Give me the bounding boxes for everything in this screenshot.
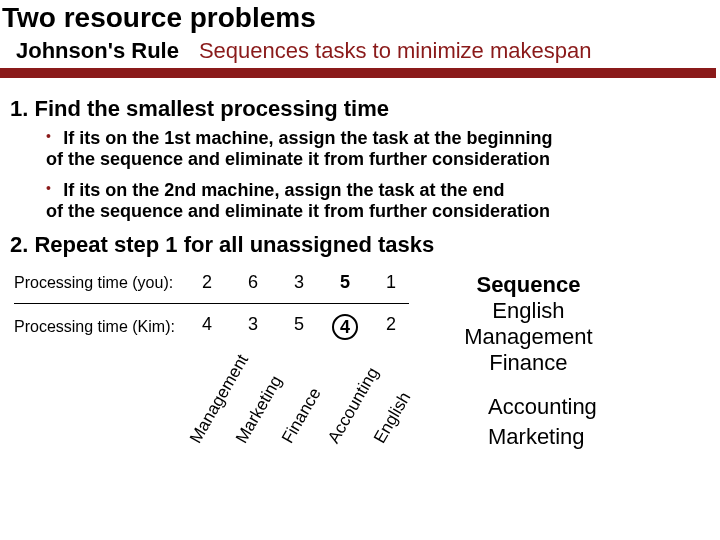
category-labels: Management Marketing Finance Accounting … [184, 352, 440, 472]
cell-highlight: 4 [322, 314, 368, 340]
bullet-1-line2: of the sequence and eliminate it from fu… [46, 149, 680, 170]
bullet-2: • If its on the 2nd machine, assign the … [10, 180, 710, 222]
step-1-heading: 1. Find the smallest processing time [10, 96, 710, 122]
bullet-icon: • [46, 128, 51, 144]
rule-label: Johnson's Rule [16, 38, 179, 64]
remaining-list: Accounting Marketing [460, 394, 597, 450]
cell: 1 [368, 272, 414, 293]
cell: 2 [184, 272, 230, 293]
processing-table: Processing time (you): 2 6 3 5 1 Process… [10, 272, 440, 472]
side-panel: Sequence English Management Finance Acco… [440, 272, 597, 472]
cell: 3 [276, 272, 322, 293]
slide-title: Two resource problems [0, 0, 720, 38]
cell: 6 [230, 272, 276, 293]
cell-highlight: 5 [322, 272, 368, 293]
remaining-item: Marketing [488, 424, 597, 450]
divider-bar [0, 68, 716, 78]
table-row: Processing time (Kim): 4 3 5 4 2 [10, 314, 440, 340]
table-row: Processing time (you): 2 6 3 5 1 [10, 272, 440, 293]
bullet-1: • If its on the 1st machine, assign the … [10, 128, 710, 170]
bullet-2-line1: If its on the 2nd machine, assign the ta… [63, 180, 504, 200]
cell: 3 [230, 314, 276, 340]
bullet-2-line2: of the sequence and eliminate it from fu… [46, 201, 680, 222]
cell: 4 [184, 314, 230, 340]
rule-description: Sequences tasks to minimize makespan [199, 38, 592, 64]
sequence-item: English [460, 298, 597, 324]
category-label: English [370, 389, 415, 447]
remaining-item: Accounting [488, 394, 597, 420]
row-label-kim: Processing time (Kim): [14, 318, 184, 336]
bullet-1-line1: If its on the 1st machine, assign the ta… [63, 128, 552, 148]
step-2-heading: 2. Repeat step 1 for all unassigned task… [10, 232, 710, 258]
cell: 5 [276, 314, 322, 340]
table-separator [14, 303, 409, 304]
sequence-item: Finance [460, 350, 597, 376]
category-label: Finance [278, 385, 326, 447]
sequence-heading: Sequence [460, 272, 597, 298]
circle-icon: 4 [332, 314, 358, 340]
cell: 2 [368, 314, 414, 340]
row-label-you: Processing time (you): [14, 274, 184, 292]
bullet-icon: • [46, 180, 51, 196]
subtitle-row: Johnson's Rule Sequences tasks to minimi… [0, 38, 720, 68]
sequence-item: Management [460, 324, 597, 350]
